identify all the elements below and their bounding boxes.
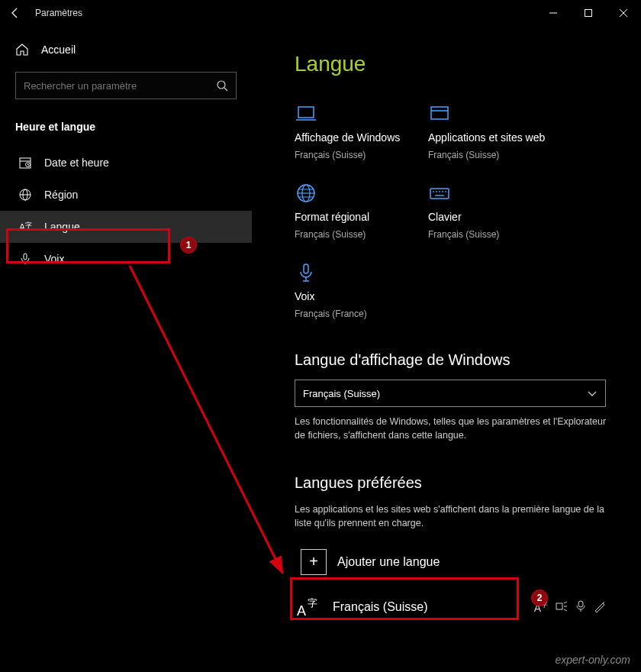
tts-badge-icon [556,600,568,614]
preferred-lang-help: Les applications et les sites web s'affi… [295,502,610,530]
display-lang-title: Langue d'affichage de Windows [295,351,610,369]
language-icon: A字 [18,220,32,234]
language-name: Français (Suisse) [333,600,427,614]
tile-label: Clavier [428,211,562,223]
main-content: Langue Affichage de Windows Français (Su… [252,26,641,672]
svg-point-28 [439,191,440,192]
speech-badge-icon [575,600,586,614]
display-lang-badge-icon: A字 [534,600,548,614]
preferred-lang-title: Langues préférées [295,474,610,492]
sidebar-item-label: Voix [44,253,64,265]
tile-sub: Français (Suisse) [428,150,562,160]
svg-point-26 [433,191,434,192]
svg-rect-1 [585,10,592,17]
tile-sub: Français (Suisse) [428,229,562,240]
category-title: Heure et langue [0,115,252,147]
sidebar-item-label: Date et heure [44,157,109,169]
sidebar: Accueil Heure et langue Date et heure Ré… [0,26,252,672]
tile-label: Voix [295,290,428,302]
display-lang-help: Les fonctionnalités de Windows, telles q… [295,415,610,442]
svg-rect-25 [430,189,449,199]
svg-text:字: 字 [308,597,317,609]
dropdown-value: Français (Suisse) [303,388,380,399]
tile-label: Applications et sites web [428,131,562,144]
sidebar-item-voix[interactable]: Voix [0,243,252,275]
sidebar-item-label: Région [44,189,78,201]
tile-sub: Français (France) [295,309,428,319]
search-box[interactable] [15,72,237,99]
maximize-button[interactable] [571,0,606,26]
home-link[interactable]: Accueil [0,35,252,64]
settings-window: Paramètres Accueil Heure et langue Date … [0,0,641,672]
keyboard-icon [428,182,451,205]
chevron-down-icon [587,388,598,399]
svg-rect-37 [556,603,562,609]
window-title: Paramètres [35,8,82,18]
page-title: Langue [295,52,610,76]
language-glyph-icon: A字 [295,593,322,621]
tile-label: Affichage de Windows [295,131,428,144]
home-label: Accueil [41,44,76,56]
back-icon[interactable] [9,7,21,19]
tile-apps-websites[interactable]: Applications et sites web Français (Suis… [428,102,562,160]
tile-keyboard[interactable]: Clavier Français (Suisse) [428,182,562,240]
search-input[interactable] [24,80,216,92]
plus-icon: + [301,549,327,575]
close-button[interactable] [606,0,641,26]
svg-rect-32 [304,264,308,273]
svg-point-29 [442,191,443,192]
tile-sub: Français (Suisse) [295,229,428,240]
tile-sub: Français (Suisse) [295,150,428,160]
tile-windows-display[interactable]: Affichage de Windows Français (Suisse) [295,102,428,160]
sidebar-item-label: Langue [44,221,80,233]
window-icon [428,102,451,125]
language-feature-icons: A字 [534,600,606,614]
language-row[interactable]: A字 Français (Suisse) A字 [295,593,606,621]
svg-rect-18 [431,107,448,119]
titlebar: Paramètres [0,0,641,26]
svg-text:A: A [297,603,306,619]
svg-text:字: 字 [25,221,32,229]
svg-point-30 [445,191,446,192]
globe-icon [18,188,32,202]
tile-voice[interactable]: Voix Français (France) [295,261,428,319]
handwriting-badge-icon [594,600,606,614]
calendar-icon [18,156,32,170]
svg-text:A: A [19,222,25,233]
minimize-button[interactable] [536,0,571,26]
watermark: expert-only.com [555,654,630,666]
svg-rect-16 [298,107,314,118]
add-language-label: Ajouter une langue [337,555,440,569]
svg-rect-38 [578,601,583,607]
sidebar-item-region[interactable]: Région [0,179,252,211]
add-language-button[interactable]: + Ajouter une langue [295,543,516,581]
microphone-icon [295,261,317,284]
sidebar-item-date-heure[interactable]: Date et heure [0,147,252,179]
sidebar-item-langue[interactable]: A字 Langue [0,211,252,243]
tile-label: Format régional [295,211,428,223]
laptop-icon [295,102,317,125]
search-icon [216,79,228,92]
svg-point-27 [436,191,437,192]
globe-grid-icon [295,182,317,205]
microphone-icon [18,252,32,266]
home-icon [15,43,29,57]
tile-regional-format[interactable]: Format régional Français (Suisse) [295,182,428,240]
display-lang-dropdown[interactable]: Français (Suisse) [295,380,606,407]
svg-line-3 [224,88,227,91]
svg-rect-14 [24,254,27,260]
svg-point-2 [217,81,225,89]
